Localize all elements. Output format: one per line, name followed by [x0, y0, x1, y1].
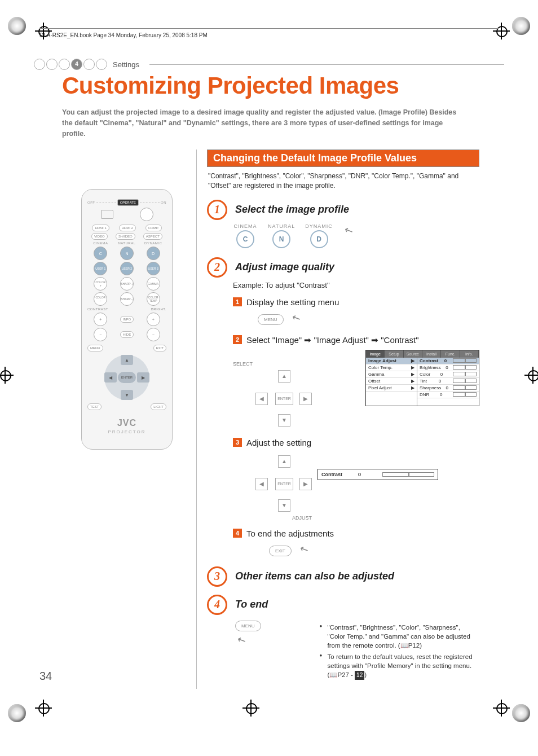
remote-sharp-plus-button[interactable]: SHARP + [120, 277, 134, 291]
step-4-title: To end [235, 599, 268, 610]
remote-bright-plus-button[interactable]: + [147, 313, 160, 326]
remote-brand: JVC [87, 418, 166, 428]
remote-color-plus-button[interactable]: COLOR + [94, 277, 107, 291]
menu-button-illustration: MENU [235, 621, 261, 631]
section-label: Settings [113, 60, 139, 69]
page-number: 34 [39, 670, 52, 683]
cinema-label: CINEMA [233, 223, 258, 229]
remote-sharp-minus-button[interactable]: SHARP − [120, 292, 134, 306]
dpad-left-icon: ◀ [255, 478, 268, 490]
remote-light-button[interactable]: LIGHT [151, 403, 166, 410]
dpad-down-icon: ▼ [278, 414, 290, 427]
dpad-up-icon: ▲ [278, 455, 290, 468]
remote-off-label: OFF [87, 201, 95, 204]
dpad-illustration: ▲ ▼ ◀ ▶ ENTER [255, 455, 312, 512]
menu-item: Color [420, 372, 430, 377]
remote-exit-button[interactable]: EXIT [153, 345, 166, 351]
remote-off-button[interactable] [101, 210, 113, 219]
dynamic-button[interactable]: D [310, 230, 328, 248]
remote-enter-button[interactable]: ENTER [118, 372, 136, 383]
remote-dpad-down[interactable]: ▼ [121, 390, 133, 400]
note-item: "Contrast", "Brightness", "Color", "Shar… [320, 623, 479, 650]
remote-colortemp-button[interactable]: COLOR TEMP [147, 292, 160, 306]
remote-natural-button[interactable]: N [120, 247, 134, 260]
dpad-illustration: ▲ ▼ ◀ ▶ ENTER [255, 370, 312, 427]
remote-test-button[interactable]: TEST [87, 403, 102, 410]
step-1-title: Select the image profile [235, 204, 349, 216]
dpad-enter-icon: ENTER [275, 478, 293, 490]
remote-menu-button[interactable]: MENU [87, 345, 103, 351]
menu-item: Pixel Adjust [368, 385, 391, 390]
remote-color-minus-button[interactable]: COLOR − [94, 292, 107, 306]
menu-tab: Info. [460, 350, 479, 358]
step-3-badge: 3 [207, 566, 227, 587]
remote-dpad-right[interactable]: ▶ [137, 372, 149, 383]
remote-on-button[interactable] [140, 208, 153, 221]
remote-dynamic-button[interactable]: D [147, 247, 160, 260]
remote-aspect-button[interactable]: ASPECT [143, 233, 162, 240]
remote-cinema-label: CINEMA [87, 241, 114, 245]
step-2-title: Adjust image quality [235, 261, 334, 273]
section-heading: Changing the Default Image Profile Value… [207, 150, 479, 167]
remote-cinema-button[interactable]: C [94, 247, 107, 260]
remote-operate-label: OPERATE [117, 199, 139, 206]
remote-hdmi2-button[interactable]: HDMI 2 [119, 225, 136, 231]
menu-item: Color Temp. [368, 365, 393, 370]
remote-on-label: ON [161, 201, 166, 204]
contrast-label: Contrast [321, 472, 342, 477]
chapter-dot [96, 59, 107, 70]
adjust-label: ADJUST [233, 515, 312, 521]
menu-item: Brightness [420, 365, 441, 370]
remote-dpad-left[interactable]: ◀ [104, 372, 117, 383]
slider-icon [453, 365, 477, 370]
remote-bright-minus-button[interactable]: − [147, 328, 160, 341]
remote-hdmi1-button[interactable]: HDMI 1 [92, 225, 109, 231]
step-3-title: Other items can also be adjusted [235, 570, 394, 582]
slider-icon [453, 392, 477, 397]
intro-text: You can adjust the projected image to a … [62, 107, 468, 139]
section-description: "Contrast", "Brightness", "Color", "Shar… [208, 172, 478, 191]
dpad-up-icon: ▲ [278, 370, 290, 383]
remote-dynamic-label: DYNAMIC [140, 241, 166, 245]
remote-dpad: ▲ ▼ ◀ ▶ ENTER [104, 355, 149, 400]
menu-item: Gamma [368, 372, 384, 377]
menu-item: Contrast [420, 358, 438, 363]
registration-mark-icon [242, 700, 259, 717]
substep-1-text: Display the setting menu [246, 297, 339, 307]
remote-dpad-up[interactable]: ▲ [121, 355, 133, 365]
natural-label: NATURAL [268, 223, 295, 229]
remote-user3-button[interactable]: USER 3 [147, 262, 160, 275]
natural-button[interactable]: N [272, 230, 290, 248]
page-title: Customizing Projected Images [62, 72, 399, 99]
remote-user2-button[interactable]: USER 2 [120, 262, 134, 275]
binder-hole-icon [8, 704, 26, 722]
book-info: DLA-RS2E_EN.book Page 34 Monday, Februar… [39, 32, 208, 38]
dynamic-label: DYNAMIC [305, 223, 333, 229]
registration-mark-icon [493, 700, 510, 717]
section-bar: 4 Settings [34, 56, 504, 72]
registration-mark-icon [524, 367, 538, 384]
remote-info-button[interactable]: INFO [120, 316, 134, 323]
substep-2-badge: 2 [233, 335, 242, 344]
cinema-button[interactable]: C [236, 230, 254, 248]
remote-svideo-button[interactable]: S-VIDEO [116, 233, 135, 240]
remote-video-button[interactable]: VIDEO [91, 233, 108, 240]
menu-tab: Setup [385, 350, 403, 358]
binder-hole-icon [8, 17, 26, 35]
remote-contrast-minus-button[interactable]: − [94, 328, 107, 341]
cursor-icon: ↖ [290, 310, 303, 324]
slider-icon [453, 358, 477, 363]
remote-gamma-button[interactable]: GAMMA [147, 277, 160, 291]
substep-2-text: Select "Image" ➡ "Image Adjust" ➡ "Contr… [246, 335, 419, 345]
remote-contrast-plus-button[interactable]: + [94, 313, 107, 326]
substep-1-badge: 1 [233, 297, 242, 306]
remote-comp-button[interactable]: COMP. [145, 225, 162, 231]
slider-icon [453, 385, 477, 390]
cursor-icon: ↖ [342, 223, 361, 250]
dpad-right-icon: ▶ [299, 393, 312, 405]
page-header: DLA-RS2E_EN.book Page 34 Monday, Februar… [39, 28, 499, 38]
exit-button-illustration: EXIT [269, 546, 292, 556]
remote-user1-button[interactable]: USER 1 [94, 262, 107, 275]
remote-hide-button[interactable]: HIDE [120, 331, 134, 338]
dpad-left-icon: ◀ [255, 393, 268, 405]
